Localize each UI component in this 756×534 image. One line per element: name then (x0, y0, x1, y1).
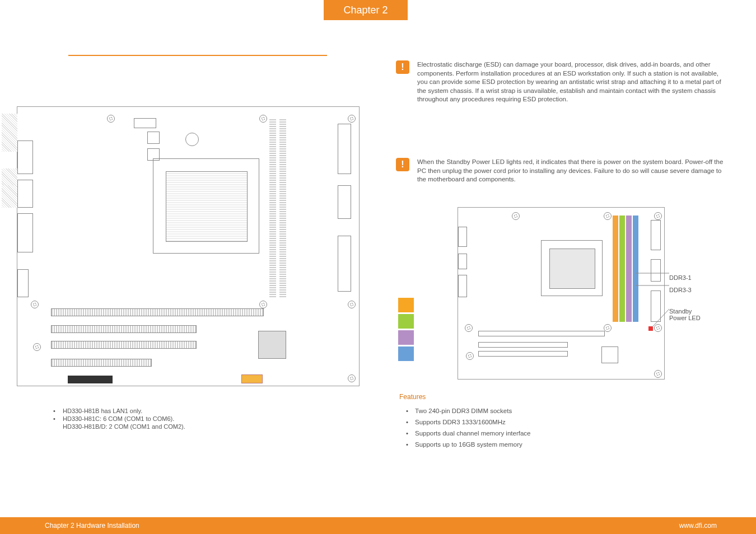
standby-warning-box: ! When the Standby Power LED lights red,… (396, 158, 732, 184)
esd-warning-text: Electrostatic discharge (ESD) can damage… (417, 60, 732, 104)
page-left: •HD330-H81B has LAN1 only. •HD330-H81C: … (0, 0, 378, 534)
feature-item: Supports dual channel memory interface (415, 430, 530, 437)
board-footnotes: •HD330-H81B has LAN1 only. •HD330-H81C: … (46, 407, 185, 430)
footnote-2: HD330-H81C: 6 COM (COM1 to COM6). (63, 415, 174, 423)
page-right: ! Electrostatic discharge (ESD) can dama… (378, 0, 756, 534)
motherboard-diagram-small (458, 207, 715, 380)
feature-item: Supports up to 16GB system memory (415, 441, 522, 448)
footnote-1: HD330-H81B has LAN1 only. (63, 407, 142, 415)
esd-warning-box: ! Electrostatic discharge (ESD) can dama… (396, 60, 732, 104)
warning-icon: ! (396, 158, 409, 171)
footnote-3: HD330-H81B/D: 2 COM (COM1 and COM2). (63, 423, 185, 431)
footer-right: www.dfi.com (679, 522, 717, 530)
features-list: •Two 240-pin DDR3 DIMM sockets •Supports… (399, 407, 530, 452)
label-standby-power-led: Standby Power LED (669, 308, 701, 321)
swatch-orange (398, 298, 414, 312)
swatch-purple (398, 330, 414, 345)
orange-rule (68, 55, 327, 56)
label-ddr3-3: DDR3-3 (669, 287, 692, 293)
footer-bar: Chapter 2 Hardware Installation www.dfi.… (0, 517, 756, 534)
swatch-blue (398, 346, 414, 361)
label-ddr3-1: DDR3-1 (669, 274, 692, 281)
feature-item: Two 240-pin DDR3 DIMM sockets (415, 407, 512, 414)
warning-icon: ! (396, 60, 409, 74)
standby-warning-text: When the Standby Power LED lights red, i… (417, 158, 732, 184)
feature-item: Supports DDR3 1333/1600MHz (415, 419, 506, 425)
motherboard-diagram-large (17, 106, 360, 386)
features-heading: Features (399, 393, 426, 401)
swatch-green (398, 314, 414, 329)
dimm-color-legend (398, 298, 414, 361)
footer-left: Chapter 2 Hardware Installation (45, 522, 139, 530)
